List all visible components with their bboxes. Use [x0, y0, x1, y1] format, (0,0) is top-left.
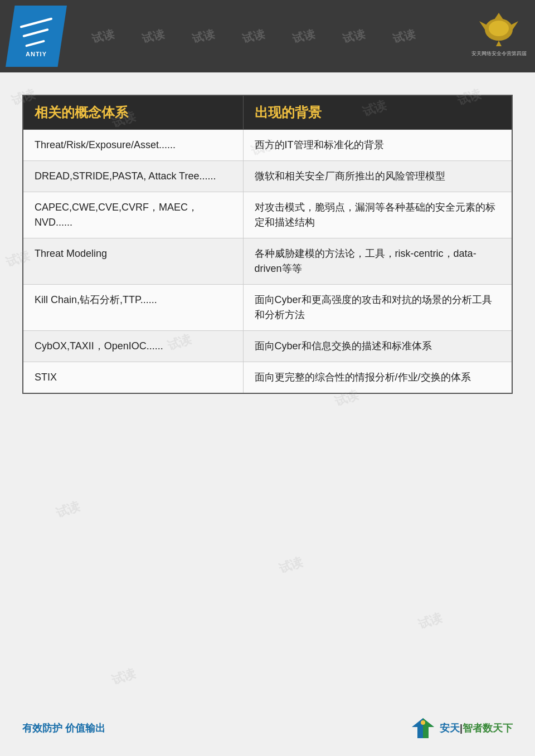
table-cell-right-4: 面向Cyber和更高强度的攻击和对抗的场景的分析工具和分析方法 — [243, 285, 512, 331]
table-row: Threat Modeling各种威胁建模的方法论，工具，risk-centri… — [23, 238, 512, 285]
footer-brand: 安天|智者数天下 — [440, 721, 513, 735]
page-wm-9: 试读 — [54, 498, 82, 521]
table-row: Kill Chain,钻石分析,TTP......面向Cyber和更高强度的攻击… — [23, 285, 512, 331]
table-cell-left-2: CAPEC,CWE,CVE,CVRF，MAEC，NVD...... — [23, 192, 243, 238]
logo-text: ANTIY — [26, 51, 47, 57]
logo-line-3 — [25, 40, 45, 47]
concept-table: 相关的概念体系 出现的背景 Threat/Risk/Exposure/Asset… — [22, 95, 513, 394]
header-wm-3: 试读 — [191, 29, 216, 44]
header-wm-2: 试读 — [140, 29, 166, 44]
footer-brand-blue: 安天 — [440, 723, 460, 734]
table-row: CybOX,TAXII，OpenIOC......面向Cyber和信息交换的描述… — [23, 331, 512, 362]
footer: 有效防护 价值输出 安天|智者数天下 — [0, 717, 535, 739]
table-cell-right-6: 面向更完整的综合性的情报分析/作业/交换的体系 — [243, 362, 512, 394]
table-cell-right-2: 对攻击模式，脆弱点，漏洞等各种基础的安全元素的标定和描述结构 — [243, 192, 512, 238]
svg-point-8 — [421, 720, 425, 725]
page-wm-11: 试读 — [416, 609, 445, 633]
header-wm-4: 试读 — [241, 29, 266, 44]
header: ANTIY 试读 试读 试读 试读 试读 试读 试读 安天网络安全令营第四届 — [0, 0, 535, 72]
footer-brand-green: 智者数天下 — [463, 723, 513, 734]
header-watermarks: 试读 试读 试读 试读 试读 试读 试读 — [67, 29, 535, 44]
table-cell-right-0: 西方的IT管理和标准化的背景 — [243, 130, 512, 161]
logo-line-2 — [22, 28, 48, 37]
footer-left-text: 有效防护 价值输出 — [22, 721, 105, 735]
main-content: 相关的概念体系 出现的背景 Threat/Risk/Exposure/Asset… — [0, 72, 535, 405]
table-row: DREAD,STRIDE,PASTA, Attack Tree......微软和… — [23, 161, 512, 192]
header-right-text: 安天网络安全令营第四届 — [471, 50, 527, 57]
header-wm-5: 试读 — [291, 29, 317, 44]
page-wm-10: 试读 — [276, 553, 305, 577]
logo-lines — [20, 18, 53, 48]
header-wm-1: 试读 — [90, 29, 116, 44]
header-wm-7: 试读 — [391, 29, 417, 44]
table-cell-left-5: CybOX,TAXII，OpenIOC...... — [23, 331, 243, 362]
antiy-eagle-icon — [476, 10, 521, 49]
col1-header: 相关的概念体系 — [23, 95, 243, 130]
table-row: Threat/Risk/Exposure/Asset......西方的IT管理和… — [23, 130, 512, 161]
col2-header: 出现的背景 — [243, 95, 512, 130]
svg-marker-3 — [496, 41, 502, 46]
table-cell-right-3: 各种威胁建模的方法论，工具，risk-centric，data-driven等等 — [243, 238, 512, 285]
table-cell-left-0: Threat/Risk/Exposure/Asset...... — [23, 130, 243, 161]
svg-marker-4 — [493, 13, 504, 21]
table-cell-left-3: Threat Modeling — [23, 238, 243, 285]
logo: ANTIY — [6, 6, 67, 67]
table-cell-right-5: 面向Cyber和信息交换的描述和标准体系 — [243, 331, 512, 362]
table-cell-left-1: DREAD,STRIDE,PASTA, Attack Tree...... — [23, 161, 243, 192]
table-cell-right-1: 微软和相关安全厂商所推出的风险管理模型 — [243, 161, 512, 192]
logo-line-1 — [20, 17, 53, 28]
table-cell-left-6: STIX — [23, 362, 243, 394]
svg-point-5 — [489, 21, 509, 36]
footer-right: 安天|智者数天下 — [409, 717, 513, 739]
header-wm-6: 试读 — [341, 29, 367, 44]
header-right-logo: 安天网络安全令营第四届 — [471, 6, 527, 61]
table-row: STIX面向更完整的综合性的情报分析/作业/交换的体系 — [23, 362, 512, 394]
table-row: CAPEC,CWE,CVE,CVRF，MAEC，NVD......对攻击模式，脆… — [23, 192, 512, 238]
table-cell-left-4: Kill Chain,钻石分析,TTP...... — [23, 285, 243, 331]
footer-antiy-icon — [409, 717, 437, 739]
page-wm-12: 试读 — [109, 665, 138, 689]
